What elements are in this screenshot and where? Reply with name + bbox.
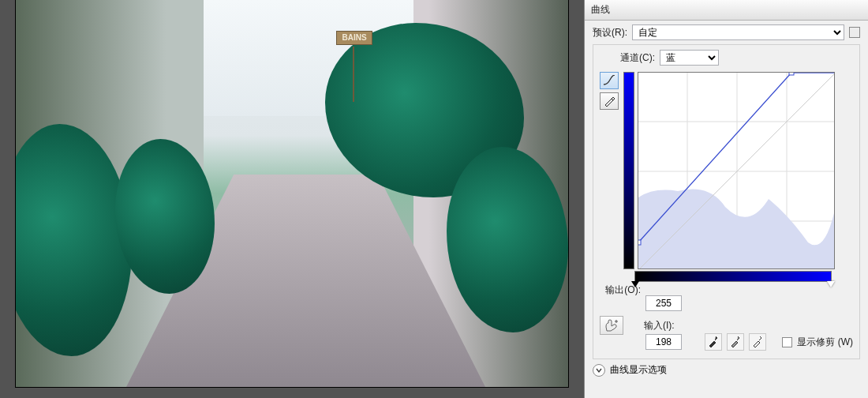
- eyedropper-icon: [752, 336, 763, 347]
- channel-label: 通道(C):: [620, 51, 655, 65]
- curve-icon: [603, 75, 615, 86]
- channel-row: 通道(C): 蓝: [600, 50, 853, 69]
- photo-sign-pole: [353, 47, 354, 102]
- curves-dialog: 曲线 预设(R): 自定 通道(C): 蓝: [584, 0, 868, 398]
- preset-label: 预设(R):: [593, 26, 627, 39]
- pencil-icon: [604, 96, 615, 107]
- document-image[interactable]: BAINS: [16, 0, 568, 387]
- input-row: 输入(I):: [600, 316, 853, 335]
- input-field[interactable]: [645, 334, 682, 350]
- gray-eyedropper[interactable]: [727, 333, 744, 351]
- preset-select[interactable]: 自定: [632, 24, 844, 40]
- target-adjust-button[interactable]: [600, 316, 623, 335]
- white-point-slider[interactable]: [827, 281, 835, 287]
- input-gradient[interactable]: [634, 271, 832, 282]
- curves-fieldset: 通道(C): 蓝: [593, 44, 860, 359]
- output-gradient[interactable]: [623, 72, 634, 269]
- display-options-row: 曲线显示选项: [585, 359, 868, 381]
- show-clipping-label: 显示修剪 (W): [797, 336, 853, 349]
- black-point-slider[interactable]: [631, 281, 639, 287]
- channel-select[interactable]: 蓝: [660, 50, 719, 66]
- dialog-title: 曲线: [591, 3, 610, 17]
- show-clipping-checkbox[interactable]: [782, 337, 792, 347]
- eyedropper-icon: [730, 336, 741, 347]
- chevron-down-icon: [596, 367, 602, 374]
- eyedropper-icon: [708, 336, 719, 347]
- canvas-area[interactable]: BAINS: [0, 0, 584, 398]
- curve-point-tool[interactable]: [600, 72, 619, 89]
- input-value-row: 显示修剪 (W): [600, 333, 853, 351]
- graph-wrap: [600, 72, 853, 269]
- display-options-toggle[interactable]: [593, 364, 605, 377]
- hand-icon: [604, 319, 619, 332]
- dialog-titlebar[interactable]: 曲线: [585, 0, 868, 21]
- photo-sign: BAINS: [336, 31, 372, 45]
- output-value-row: [600, 295, 853, 311]
- preset-row: 预设(R): 自定: [585, 21, 868, 44]
- curve-point-shadow[interactable]: [638, 240, 641, 245]
- white-eyedropper[interactable]: [749, 333, 766, 351]
- preset-menu-button[interactable]: [849, 27, 860, 38]
- curve-point-highlight[interactable]: [789, 73, 794, 75]
- curve-tool-column: [600, 72, 620, 269]
- black-eyedropper[interactable]: [705, 333, 722, 351]
- display-options-label: 曲线显示选项: [610, 363, 667, 377]
- input-label: 输入(I):: [644, 319, 675, 332]
- curve-pencil-tool[interactable]: [600, 92, 619, 110]
- curve-graph[interactable]: [638, 72, 835, 269]
- output-field[interactable]: [645, 295, 682, 311]
